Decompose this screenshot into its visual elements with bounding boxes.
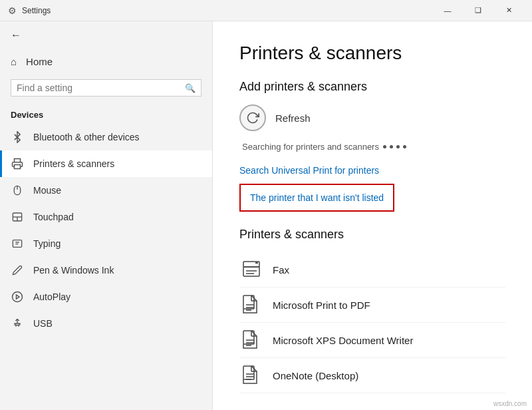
bluetooth-icon (11, 130, 24, 144)
sidebar-home-label: Home (26, 56, 53, 67)
dot-1 (383, 145, 386, 148)
sidebar-item-label-usb: USB (33, 318, 53, 329)
sidebar-item-mouse[interactable]: Mouse (0, 177, 212, 204)
printer-item-onenote[interactable]: OneNote (Desktop) (239, 358, 505, 393)
sidebar-item-pen[interactable]: Pen & Windows Ink (0, 257, 212, 284)
not-listed-box[interactable]: The printer that I want isn't listed (239, 184, 394, 212)
printer-item-pdf[interactable]: Microsoft Print to PDF (239, 288, 505, 323)
printer-sidebar-icon (11, 157, 24, 170)
svg-marker-8 (17, 295, 20, 299)
pen-icon (11, 264, 24, 277)
loading-dots (383, 145, 406, 148)
minimize-button[interactable]: — (432, 0, 463, 21)
searching-text: Searching for printers and scanners (242, 142, 379, 152)
not-listed-text: The printer that I want isn't listed (250, 192, 384, 203)
sidebar-item-label-autoplay: AutoPlay (33, 292, 70, 302)
sidebar-item-label-typing: Typing (33, 238, 61, 249)
svg-rect-22 (243, 331, 254, 344)
printer-item-fax[interactable]: Fax (239, 252, 505, 288)
add-section-title: Add printers & scanners (239, 80, 505, 94)
refresh-label: Refresh (275, 112, 311, 124)
sidebar-item-label-touchpad: Touchpad (33, 212, 74, 222)
pdf-icon (239, 293, 263, 317)
sidebar-item-home[interactable]: ⌂ Home (0, 49, 212, 74)
dot-3 (396, 145, 400, 148)
sidebar-item-autoplay[interactable]: AutoPlay (0, 284, 212, 310)
sidebar-item-printers[interactable]: Printers & scanners (0, 150, 212, 177)
printers-list: Fax Microsoft Print to PDF (239, 252, 505, 393)
svg-rect-15 (255, 262, 258, 264)
titlebar-controls: — ❑ ✕ (432, 0, 524, 21)
printer-fax-name: Fax (273, 264, 289, 276)
search-icon: 🔍 (185, 83, 196, 93)
refresh-row: Refresh (239, 104, 505, 131)
sidebar-item-bluetooth[interactable]: Bluetooth & other devices (0, 124, 212, 150)
universal-print-link[interactable]: Search Universal Print for printers (239, 165, 505, 176)
onenote-icon (239, 363, 263, 387)
main-content: Printers & scanners Add printers & scann… (213, 21, 532, 410)
svg-rect-28 (243, 366, 254, 379)
maximize-button[interactable]: ❑ (463, 0, 493, 21)
sidebar-item-label-bluetooth: Bluetooth & other devices (33, 132, 140, 142)
sidebar-item-typing[interactable]: Typing (0, 230, 212, 257)
usb-icon (11, 317, 24, 330)
svg-rect-0 (15, 165, 21, 169)
printer-item-xps[interactable]: Microsoft XPS Document Writer (239, 323, 505, 358)
sidebar-item-label-pen: Pen & Windows Ink (33, 265, 114, 276)
sidebar-item-touchpad[interactable]: Touchpad (0, 204, 212, 230)
typing-icon (11, 237, 24, 250)
page-title: Printers & scanners (239, 43, 505, 64)
dot-4 (403, 145, 406, 148)
printer-xps-name: Microsoft XPS Document Writer (273, 335, 413, 346)
xps-icon (239, 328, 263, 352)
printer-pdf-name: Microsoft Print to PDF (273, 300, 370, 311)
settings-icon: ⚙ (8, 5, 17, 16)
close-button[interactable]: ✕ (493, 0, 524, 21)
refresh-button[interactable] (239, 104, 266, 131)
home-icon: ⌂ (11, 56, 17, 67)
svg-rect-16 (243, 296, 254, 309)
printer-onenote-name: OneNote (Desktop) (273, 370, 358, 381)
app-container: ← ⌂ Home 🔍 Devices Bluetooth & other dev… (0, 21, 532, 410)
dot-2 (390, 145, 393, 148)
printers-section-title: Printers & scanners (239, 228, 505, 242)
back-button[interactable]: ← (0, 21, 212, 49)
sidebar: ← ⌂ Home 🔍 Devices Bluetooth & other dev… (0, 21, 213, 410)
search-box[interactable]: 🔍 (11, 79, 201, 97)
mouse-icon (11, 184, 24, 197)
fax-icon (239, 258, 263, 282)
back-arrow-icon: ← (11, 29, 21, 41)
sidebar-item-label-mouse: Mouse (33, 185, 61, 196)
sidebar-item-usb[interactable]: USB (0, 310, 212, 337)
titlebar: ⚙ Settings — ❑ ✕ (0, 0, 532, 21)
sidebar-item-label-printers: Printers & scanners (33, 158, 114, 169)
autoplay-icon (11, 290, 24, 304)
touchpad-icon (11, 210, 24, 224)
search-input[interactable] (17, 83, 181, 93)
svg-point-7 (13, 292, 23, 302)
sidebar-section-title: Devices (0, 104, 212, 124)
titlebar-title: Settings (22, 6, 432, 15)
watermark: wsxdn.com (493, 400, 527, 407)
svg-rect-12 (243, 267, 259, 276)
searching-row: Searching for printers and scanners (239, 142, 505, 152)
